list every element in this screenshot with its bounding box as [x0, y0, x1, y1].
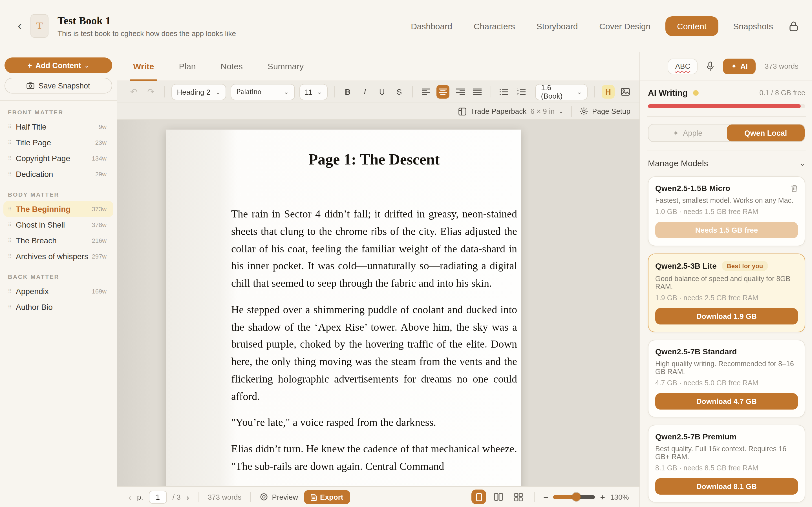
export-button[interactable]: Export: [304, 490, 350, 504]
line-spacing-select[interactable]: 1.6 (Book)⌄: [536, 83, 588, 100]
drag-handle-icon[interactable]: ⠿: [8, 206, 16, 212]
prev-page-button[interactable]: ‹: [129, 492, 132, 502]
document-heading[interactable]: Page 1: The Descent: [231, 151, 517, 168]
grid-view-button[interactable]: [511, 490, 526, 504]
drag-handle-icon[interactable]: ⠿: [8, 238, 16, 243]
save-snapshot-button[interactable]: Save Snapshot: [4, 78, 112, 94]
document-paragraph[interactable]: The rain in Sector 4 didn’t fall; it dri…: [231, 206, 517, 292]
undo-button[interactable]: ↶: [128, 85, 140, 99]
align-left-button[interactable]: [419, 85, 432, 99]
document-paragraph[interactable]: Elias didn’t turn. He knew the cadence o…: [231, 441, 517, 475]
lock-icon[interactable]: [789, 20, 799, 31]
model-download-button[interactable]: Download 8.1 GB: [655, 478, 798, 495]
trim-size-select[interactable]: Trade Paperback 6 × 9 in ⌄: [459, 107, 563, 115]
strikethrough-button[interactable]: S: [393, 85, 405, 99]
drag-handle-icon[interactable]: ⠿: [8, 171, 16, 177]
page-label: p.: [137, 493, 143, 501]
ai-button[interactable]: ✦ AI: [723, 58, 756, 74]
heading-style-select[interactable]: Heading 2⌄: [171, 83, 226, 100]
model-size-meta: 4.7 GB · needs 5.0 GB free RAM: [655, 379, 798, 387]
editor-tab[interactable]: Plan: [179, 52, 196, 80]
add-content-button[interactable]: + Add Content ⌄: [4, 57, 112, 73]
book-page[interactable]: Page 1: The Descent The rain in Sector 4…: [166, 129, 521, 486]
drag-handle-icon[interactable]: ⠿: [8, 304, 16, 310]
nav-item[interactable]: Snapshots: [726, 16, 780, 36]
sidebar-chapter-item[interactable]: ⠿ Author Bio: [3, 299, 113, 315]
zoom-slider-thumb[interactable]: [572, 493, 580, 501]
back-button[interactable]: ‹: [12, 18, 27, 33]
preview-button[interactable]: Preview: [260, 493, 298, 501]
provider-segment[interactable]: ✦ Apple: [649, 124, 726, 142]
font-family-select[interactable]: Palatino⌄: [231, 83, 295, 100]
sidebar-chapter-item[interactable]: ⠿ Copyright Page 134w: [3, 151, 113, 166]
editor-tab[interactable]: Notes: [221, 52, 243, 80]
sidebar-chapter-item[interactable]: ⠿ The Breach 216w: [3, 233, 113, 248]
word-count: 373 words: [208, 493, 242, 501]
align-center-button[interactable]: [437, 85, 449, 99]
sidebar-chapter-item[interactable]: ⠿ Dedication 29w: [3, 166, 113, 182]
align-right-button[interactable]: [454, 85, 467, 99]
page-total: / 3: [172, 493, 181, 501]
model-name: Qwen2.5-7B Standard: [655, 347, 737, 356]
zoom-slider[interactable]: [553, 495, 595, 499]
manage-models-toggle[interactable]: Manage Models ⌄: [648, 158, 805, 169]
sparkle-icon: ✦: [673, 128, 679, 137]
sidebar-chapter-item[interactable]: ⠿ Half Title 9w: [3, 119, 113, 135]
drag-handle-icon[interactable]: ⠿: [8, 156, 16, 161]
drag-handle-icon[interactable]: ⠿: [8, 288, 16, 294]
sidebar-chapter-item[interactable]: ⠿ Title Page 23w: [3, 135, 113, 151]
editor-tab[interactable]: Write: [133, 52, 154, 80]
model-size-meta: 8.1 GB · needs 8.5 GB free RAM: [655, 464, 798, 472]
model-download-button[interactable]: Download 1.9 GB: [655, 308, 798, 325]
sidebar-chapter-item[interactable]: ⠿ The Beginning 373w: [3, 201, 113, 217]
chevron-down-icon: ⌄: [317, 88, 322, 96]
redo-button[interactable]: ↷: [145, 85, 157, 99]
model-download-button[interactable]: Download 4.7 GB: [655, 393, 798, 409]
zoom-out-button[interactable]: −: [543, 492, 548, 502]
trash-icon[interactable]: [791, 184, 798, 192]
drag-handle-icon[interactable]: ⠿: [8, 124, 16, 129]
nav-item[interactable]: Dashboard: [404, 16, 459, 36]
model-download-button[interactable]: Needs 1.5 GB free: [655, 222, 798, 238]
insert-image-button[interactable]: [619, 85, 631, 99]
sidebar-chapter-item[interactable]: ⠿ Appendix 169w: [3, 283, 113, 299]
two-page-view-button[interactable]: [492, 490, 506, 504]
provider-segment[interactable]: Qwen Local: [726, 124, 805, 142]
underline-button[interactable]: U: [376, 85, 389, 99]
document-icon: [310, 493, 317, 501]
page-number-input[interactable]: [149, 490, 167, 503]
drag-handle-icon[interactable]: ⠿: [8, 222, 16, 228]
sidebar-chapter-item[interactable]: ⠿ Ghost in Shell 378w: [3, 217, 113, 233]
nav-item[interactable]: Cover Design: [592, 16, 657, 36]
align-justify-button[interactable]: [471, 85, 484, 99]
bold-button[interactable]: B: [342, 85, 354, 99]
chevron-down-icon: ⌄: [559, 108, 563, 114]
nav-item[interactable]: Characters: [467, 16, 522, 36]
document-paragraph[interactable]: "You’re late," a voice rasped from the d…: [231, 414, 517, 432]
gear-icon: [580, 107, 588, 115]
font-size-select[interactable]: 11⌄: [299, 83, 327, 100]
nav-item[interactable]: Content: [665, 16, 718, 36]
italic-button[interactable]: I: [359, 85, 371, 99]
spellcheck-button[interactable]: ABC: [668, 58, 698, 74]
next-page-button[interactable]: ›: [186, 492, 189, 502]
numbered-list-button[interactable]: 12: [515, 85, 527, 99]
sidebar-chapter-item[interactable]: ⠿ Archives of whispers 297w: [3, 248, 113, 264]
microphone-icon[interactable]: [707, 61, 714, 71]
drag-handle-icon[interactable]: ⠿: [8, 253, 16, 259]
word-count-badge: 9w: [99, 123, 107, 130]
zoom-in-button[interactable]: +: [600, 492, 605, 502]
page-setup-button[interactable]: Page Setup: [580, 107, 630, 115]
model-card: Qwen2.5-1.5B Micro Fastest, smallest mod…: [648, 176, 805, 246]
format-toolbar: ↶ ↷ Heading 2⌄ Palatino⌄ 11⌄: [117, 81, 640, 120]
editor-tab[interactable]: Summary: [267, 52, 304, 80]
highlight-button[interactable]: H: [602, 85, 614, 99]
drag-handle-icon[interactable]: ⠿: [8, 140, 16, 145]
document-paragraph[interactable]: He stepped over a shimmering puddle of c…: [231, 301, 517, 405]
divider: [198, 492, 199, 502]
single-page-view-button[interactable]: [472, 490, 486, 504]
svg-text:1: 1: [517, 89, 518, 91]
nav-item[interactable]: Storyboard: [530, 16, 585, 36]
bullet-list-button[interactable]: [498, 85, 510, 99]
model-name: Qwen2.5-7B Premium: [655, 432, 737, 441]
